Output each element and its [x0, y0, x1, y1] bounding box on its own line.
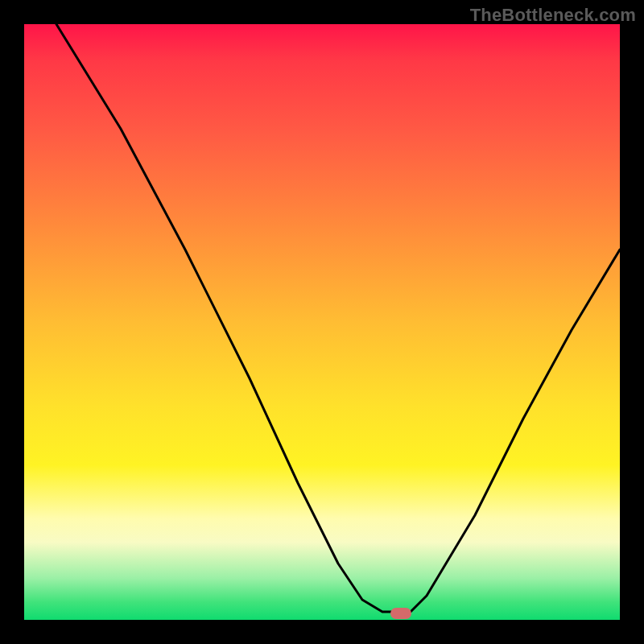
plot-area — [24, 24, 620, 620]
chart-frame: TheBottleneck.com — [0, 0, 644, 644]
optimal-marker — [390, 608, 411, 619]
bottleneck-curve — [24, 24, 620, 620]
watermark-text: TheBottleneck.com — [470, 5, 636, 26]
